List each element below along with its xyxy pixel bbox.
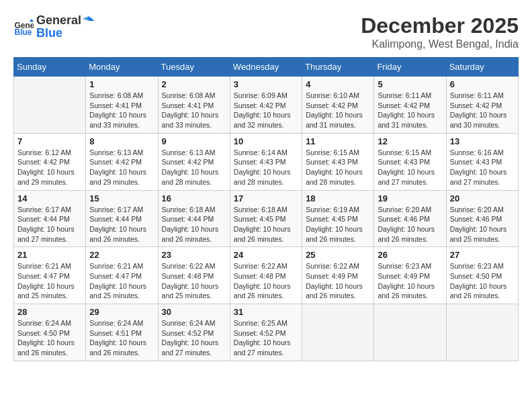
day-info: Sunrise: 6:24 AMSunset: 4:50 PMDaylight:… — [17, 318, 82, 358]
calendar-cell — [14, 77, 86, 134]
day-number: 28 — [17, 307, 82, 317]
day-info: Sunrise: 6:10 AMSunset: 4:42 PMDaylight:… — [306, 91, 370, 130]
day-number: 2 — [162, 79, 226, 89]
calendar-cell: 21Sunrise: 6:21 AMSunset: 4:47 PMDayligh… — [14, 247, 86, 304]
day-info: Sunrise: 6:11 AMSunset: 4:42 PMDaylight:… — [450, 91, 515, 130]
day-number: 8 — [89, 136, 154, 146]
day-number: 17 — [234, 193, 298, 203]
day-number: 10 — [234, 136, 298, 146]
day-info: Sunrise: 6:22 AMSunset: 4:49 PMDaylight:… — [306, 261, 370, 301]
calendar-cell: 8Sunrise: 6:13 AMSunset: 4:42 PMDaylight… — [86, 133, 158, 190]
calendar-cell: 5Sunrise: 6:11 AMSunset: 4:42 PMDaylight… — [374, 77, 446, 134]
calendar-cell: 26Sunrise: 6:23 AMSunset: 4:49 PMDayligh… — [374, 247, 446, 304]
day-info: Sunrise: 6:08 AMSunset: 4:41 PMDaylight:… — [162, 91, 226, 130]
logo-general: General — [36, 13, 81, 28]
day-number: 3 — [234, 79, 298, 89]
header-wednesday: Wednesday — [230, 58, 302, 77]
day-number: 16 — [162, 193, 226, 203]
day-number: 1 — [89, 79, 154, 89]
calendar-cell: 19Sunrise: 6:20 AMSunset: 4:46 PMDayligh… — [374, 190, 446, 247]
day-info: Sunrise: 6:21 AMSunset: 4:47 PMDaylight:… — [17, 261, 82, 301]
day-info: Sunrise: 6:24 AMSunset: 4:52 PMDaylight:… — [162, 318, 226, 358]
calendar-cell: 18Sunrise: 6:19 AMSunset: 4:45 PMDayligh… — [302, 190, 374, 247]
day-number: 13 — [450, 136, 515, 146]
day-number: 14 — [17, 193, 82, 203]
location: Kalimpong, West Bengal, India — [361, 38, 519, 50]
day-number: 5 — [378, 79, 442, 89]
day-info: Sunrise: 6:17 AMSunset: 4:44 PMDaylight:… — [89, 205, 154, 244]
logo: General Blue General Blue — [13, 13, 95, 40]
day-number: 18 — [306, 193, 370, 203]
calendar-cell: 2Sunrise: 6:08 AMSunset: 4:41 PMDaylight… — [158, 77, 230, 134]
calendar-cell: 16Sunrise: 6:18 AMSunset: 4:44 PMDayligh… — [158, 190, 230, 247]
day-number: 27 — [450, 250, 515, 260]
day-info: Sunrise: 6:25 AMSunset: 4:52 PMDaylight:… — [234, 318, 298, 358]
calendar-cell: 3Sunrise: 6:09 AMSunset: 4:42 PMDaylight… — [230, 77, 302, 134]
svg-text:Blue: Blue — [15, 28, 32, 37]
header-saturday: Saturday — [446, 58, 518, 77]
calendar-cell: 29Sunrise: 6:24 AMSunset: 4:51 PMDayligh… — [86, 304, 158, 361]
day-number: 15 — [89, 193, 154, 203]
logo-icon: General Blue — [13, 17, 34, 37]
calendar-cell: 31Sunrise: 6:25 AMSunset: 4:52 PMDayligh… — [230, 304, 302, 361]
day-number: 24 — [234, 250, 298, 260]
day-info: Sunrise: 6:16 AMSunset: 4:43 PMDaylight:… — [450, 148, 515, 187]
header-sunday: Sunday — [14, 58, 86, 77]
title-section: December 2025 Kalimpong, West Bengal, In… — [361, 13, 519, 50]
calendar-cell: 24Sunrise: 6:22 AMSunset: 4:48 PMDayligh… — [230, 247, 302, 304]
day-number: 20 — [450, 193, 515, 203]
day-number: 12 — [378, 136, 442, 146]
calendar-cell: 12Sunrise: 6:15 AMSunset: 4:43 PMDayligh… — [374, 133, 446, 190]
day-info: Sunrise: 6:23 AMSunset: 4:49 PMDaylight:… — [378, 261, 442, 301]
page-header: General Blue General Blue December 2025 … — [13, 13, 519, 50]
day-info: Sunrise: 6:13 AMSunset: 4:42 PMDaylight:… — [162, 148, 226, 187]
day-number: 19 — [378, 193, 442, 203]
calendar-week-row: 14Sunrise: 6:17 AMSunset: 4:44 PMDayligh… — [14, 190, 519, 247]
day-info: Sunrise: 6:18 AMSunset: 4:45 PMDaylight:… — [234, 205, 298, 244]
calendar-week-row: 7Sunrise: 6:12 AMSunset: 4:42 PMDaylight… — [14, 133, 519, 190]
calendar-cell: 25Sunrise: 6:22 AMSunset: 4:49 PMDayligh… — [302, 247, 374, 304]
day-info: Sunrise: 6:15 AMSunset: 4:43 PMDaylight:… — [378, 148, 442, 187]
calendar-cell: 7Sunrise: 6:12 AMSunset: 4:42 PMDaylight… — [14, 133, 86, 190]
calendar-cell: 14Sunrise: 6:17 AMSunset: 4:44 PMDayligh… — [14, 190, 86, 247]
calendar-cell: 28Sunrise: 6:24 AMSunset: 4:50 PMDayligh… — [14, 304, 86, 361]
calendar-week-row: 21Sunrise: 6:21 AMSunset: 4:47 PMDayligh… — [14, 247, 519, 304]
calendar-cell: 23Sunrise: 6:22 AMSunset: 4:48 PMDayligh… — [158, 247, 230, 304]
day-number: 29 — [89, 307, 154, 317]
day-info: Sunrise: 6:12 AMSunset: 4:42 PMDaylight:… — [17, 148, 82, 187]
calendar-cell: 1Sunrise: 6:08 AMSunset: 4:41 PMDaylight… — [86, 77, 158, 134]
calendar-cell: 4Sunrise: 6:10 AMSunset: 4:42 PMDaylight… — [302, 77, 374, 134]
calendar-cell: 10Sunrise: 6:14 AMSunset: 4:43 PMDayligh… — [230, 133, 302, 190]
calendar-cell: 6Sunrise: 6:11 AMSunset: 4:42 PMDaylight… — [446, 77, 518, 134]
day-number: 26 — [378, 250, 442, 260]
day-info: Sunrise: 6:18 AMSunset: 4:44 PMDaylight:… — [162, 205, 226, 244]
day-number: 9 — [162, 136, 226, 146]
calendar-cell: 9Sunrise: 6:13 AMSunset: 4:42 PMDaylight… — [158, 133, 230, 190]
calendar-week-row: 1Sunrise: 6:08 AMSunset: 4:41 PMDaylight… — [14, 77, 519, 134]
calendar-cell: 13Sunrise: 6:16 AMSunset: 4:43 PMDayligh… — [446, 133, 518, 190]
day-number: 22 — [89, 250, 154, 260]
svg-marker-4 — [83, 16, 89, 21]
day-number: 21 — [17, 250, 82, 260]
calendar-cell — [374, 304, 446, 361]
day-number: 11 — [306, 136, 370, 146]
day-info: Sunrise: 6:20 AMSunset: 4:46 PMDaylight:… — [378, 205, 442, 244]
calendar-cell — [302, 304, 374, 361]
header-thursday: Thursday — [302, 58, 374, 77]
header-friday: Friday — [374, 58, 446, 77]
svg-marker-3 — [89, 16, 95, 21]
calendar-table: SundayMondayTuesdayWednesdayThursdayFrid… — [13, 57, 519, 361]
header-monday: Monday — [86, 58, 158, 77]
day-number: 4 — [306, 79, 370, 89]
day-number: 7 — [17, 136, 82, 146]
logo-bird-icon — [83, 15, 95, 27]
day-number: 30 — [162, 307, 226, 317]
day-info: Sunrise: 6:15 AMSunset: 4:43 PMDaylight:… — [306, 148, 370, 187]
day-info: Sunrise: 6:24 AMSunset: 4:51 PMDaylight:… — [89, 318, 154, 358]
calendar-cell: 20Sunrise: 6:20 AMSunset: 4:46 PMDayligh… — [446, 190, 518, 247]
day-info: Sunrise: 6:22 AMSunset: 4:48 PMDaylight:… — [162, 261, 226, 301]
day-info: Sunrise: 6:08 AMSunset: 4:41 PMDaylight:… — [89, 91, 154, 130]
calendar-cell: 15Sunrise: 6:17 AMSunset: 4:44 PMDayligh… — [86, 190, 158, 247]
calendar-header-row: SundayMondayTuesdayWednesdayThursdayFrid… — [14, 58, 519, 77]
day-info: Sunrise: 6:13 AMSunset: 4:42 PMDaylight:… — [89, 148, 154, 187]
